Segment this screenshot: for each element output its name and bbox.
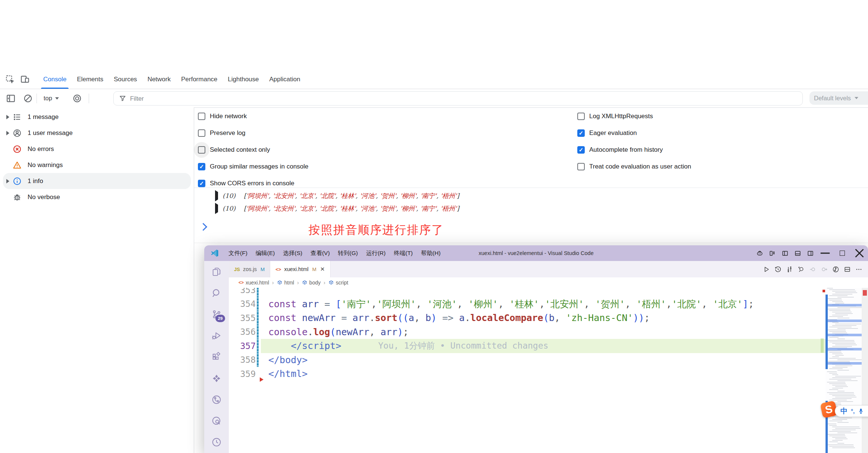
console-log-row[interactable]: (10)['阿坝州', '北安州', '北京', '北院', '桂林', '河池… [194, 202, 868, 215]
minimize-icon[interactable] [817, 245, 834, 261]
run-debug-icon[interactable] [204, 325, 229, 346]
expand-arrow-icon[interactable] [215, 192, 218, 199]
menu-文件-f[interactable]: 文件(F) [224, 249, 252, 257]
vscode-titlebar[interactable]: 文件(F)编辑(E)选择(S)查看(V)转到(G)运行(R)终端(T)帮助(H)… [204, 245, 868, 261]
maximize-icon[interactable] [834, 245, 851, 261]
search-ref-icon[interactable] [797, 265, 805, 273]
expand-arrow-icon[interactable] [215, 205, 218, 212]
breadcrumb: <>xuexi.html›html›body›script [229, 277, 868, 288]
sidebar-item-no-verbose[interactable]: No verbose [3, 189, 191, 205]
close-tab-icon[interactable]: ✕ [320, 266, 325, 273]
checkbox-group-similar-messages-in-console[interactable]: ✓Group similar messages in console [198, 158, 309, 175]
checkbox-unchecked-icon[interactable] [577, 163, 585, 170]
log-levels-select[interactable]: Default levels [809, 91, 868, 105]
checkbox-checked-icon[interactable]: ✓ [577, 146, 585, 154]
breadcrumb-item-body[interactable]: body [302, 280, 321, 286]
sidebar-item-1-info[interactable]: 1 info [3, 173, 191, 189]
tab-elements[interactable]: Elements [72, 70, 108, 89]
console-log-row[interactable]: (10)['阿坝州', '北安州', '北京', '北院', '桂林', '河池… [194, 189, 868, 202]
tab-label: zos.js [243, 266, 257, 272]
more-icon[interactable] [855, 265, 863, 273]
panel-bottom-icon[interactable] [791, 245, 804, 261]
tab-network[interactable]: Network [142, 70, 176, 89]
expand-arrow-icon[interactable] [3, 131, 13, 135]
info-icon [13, 177, 22, 186]
tab-lighthouse[interactable]: Lighthouse [222, 70, 264, 89]
checkbox-unchecked-icon[interactable] [198, 146, 205, 154]
circle-search-icon[interactable] [204, 410, 229, 432]
checkbox-unchecked-icon[interactable] [198, 113, 205, 120]
menu-终端-t[interactable]: 终端(T) [390, 249, 417, 257]
prev-change-icon [808, 265, 817, 273]
menu-选择-s[interactable]: 选择(S) [279, 249, 306, 257]
tab-sources[interactable]: Sources [108, 70, 142, 89]
sidebar-item-no-warnings[interactable]: No warnings [3, 157, 191, 173]
tab-console[interactable]: Console [38, 70, 72, 89]
menu-转到-g[interactable]: 转到(G) [334, 249, 362, 257]
checkbox-checked-icon[interactable]: ✓ [577, 129, 585, 137]
expand-arrow-icon[interactable] [3, 115, 13, 119]
run-icon[interactable] [762, 265, 770, 273]
ime-punctuation-toggle[interactable]: °, [851, 408, 855, 414]
ime-language-toggle[interactable]: 中 [840, 406, 848, 416]
extensions-icon[interactable] [204, 346, 229, 368]
tab-performance[interactable]: Performance [176, 70, 222, 89]
code-editor[interactable]: 353354const arr = ['南宁','阿坝州', '河池', '柳州… [229, 288, 868, 453]
minimap[interactable] [826, 288, 862, 453]
compare-icon[interactable] [785, 265, 793, 273]
sidebar-item-1-message[interactable]: 1 message [3, 109, 191, 125]
breadcrumb-item-script[interactable]: script [328, 280, 348, 286]
graph-icon[interactable] [831, 265, 840, 273]
checkbox-log-xmlhttprequests[interactable]: Log XMLHttpRequests [577, 108, 691, 125]
menu-查看-v[interactable]: 查看(V) [306, 249, 334, 257]
tab-zos-js[interactable]: JSzos.jsM [229, 261, 270, 277]
checkbox-unchecked-icon[interactable] [198, 129, 205, 137]
checkbox-autocomplete-from-history[interactable]: ✓Autocomplete from history [577, 141, 691, 158]
clock-icon[interactable] [204, 432, 229, 453]
microphone-icon[interactable] [858, 408, 864, 414]
checkbox-eager-evaluation[interactable]: ✓Eager evaluation [577, 125, 691, 141]
eye-icon[interactable] [72, 94, 82, 103]
dock-side-icon[interactable] [6, 94, 16, 103]
search-icon[interactable] [204, 282, 229, 303]
checkbox-hide-network[interactable]: Hide network [198, 108, 309, 125]
menu-运行-r[interactable]: 运行(R) [362, 249, 390, 257]
editor-scrollbar[interactable] [862, 288, 868, 453]
checkbox-selected-context-only[interactable]: Selected context only [198, 141, 309, 158]
checkbox-unchecked-icon[interactable] [577, 113, 585, 120]
breadcrumb-item-html[interactable]: html [277, 280, 294, 286]
sidebar-item-1-user-message[interactable]: 1 user message [3, 125, 191, 141]
circle-branch-icon[interactable] [204, 389, 229, 410]
tab-xuexi-html[interactable]: <>xuexi.htmlM✕ [270, 261, 330, 277]
sidebar-item-no-errors[interactable]: No errors [3, 141, 191, 157]
context-selector[interactable]: top [44, 95, 59, 102]
checkbox-checked-icon[interactable]: ✓ [198, 180, 205, 187]
checkbox-treat-code-evaluation-as-user-action[interactable]: Treat code evaluation as user action [577, 158, 691, 175]
menu-帮助-h[interactable]: 帮助(H) [417, 249, 445, 257]
breadcrumb-item-xuexi-html[interactable]: <>xuexi.html [239, 280, 269, 286]
clear-console-icon[interactable] [23, 94, 33, 103]
split-icon[interactable] [843, 265, 851, 273]
context-label: top [44, 95, 52, 102]
tab-application[interactable]: Application [264, 70, 306, 89]
close-icon[interactable] [851, 245, 868, 261]
history-icon[interactable] [774, 265, 782, 273]
html-file-icon: <> [239, 280, 244, 285]
inspect-icon[interactable] [5, 75, 15, 84]
checkbox-preserve-log[interactable]: Preserve log [198, 125, 309, 141]
layout-icon[interactable] [766, 245, 779, 261]
device-toolbar-icon[interactable] [20, 75, 30, 84]
warning-icon [13, 161, 22, 170]
menu-编辑-e[interactable]: 编辑(E) [252, 249, 279, 257]
expand-arrow-icon[interactable] [3, 179, 13, 183]
checkbox-checked-icon[interactable]: ✓ [198, 163, 205, 170]
files-icon[interactable] [204, 261, 229, 282]
filter-input[interactable]: Filter [113, 91, 803, 106]
source-control-icon[interactable]: 29 [204, 303, 229, 325]
panel-left-icon[interactable] [779, 245, 791, 261]
panel-right-icon[interactable] [804, 245, 817, 261]
copilot-icon[interactable] [753, 245, 766, 261]
pinwheel-icon[interactable] [204, 368, 229, 389]
console-prompt[interactable] [199, 223, 207, 231]
console-settings-right: Log XMLHttpRequests✓Eager evaluation✓Aut… [577, 108, 691, 175]
